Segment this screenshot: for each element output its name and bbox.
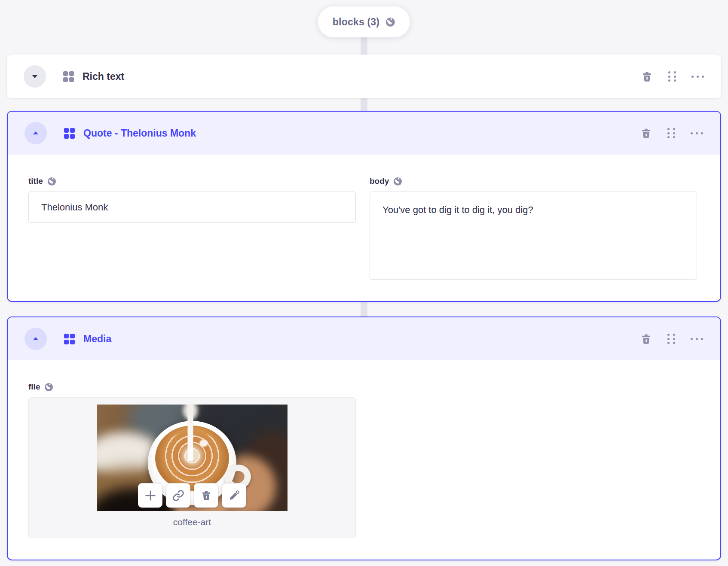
field-title: title — [28, 176, 356, 280]
delete-block-button[interactable] — [641, 71, 653, 82]
globe-icon — [393, 177, 402, 186]
block-actions — [641, 55, 704, 98]
drag-handle-icon — [667, 128, 675, 138]
title-input[interactable] — [28, 192, 356, 223]
block-header: Rich text — [7, 55, 721, 98]
block-title: Media — [83, 333, 111, 345]
collapse-toggle-button[interactable] — [24, 328, 47, 350]
ellipsis-icon — [691, 132, 703, 134]
delete-block-button[interactable] — [640, 128, 652, 139]
block-header: Quote - Thelonius Monk — [8, 112, 720, 155]
block-actions — [640, 317, 703, 360]
media-toolbar — [138, 483, 246, 508]
edit-media-button[interactable] — [222, 483, 246, 508]
delete-media-button[interactable] — [194, 483, 218, 508]
drag-handle-icon — [667, 334, 675, 344]
block-header: Media — [8, 317, 720, 360]
blocks-grid-icon — [64, 334, 75, 344]
file-name-caption: coffee-art — [173, 517, 211, 527]
trash-icon — [640, 333, 652, 345]
trash-icon — [640, 128, 652, 139]
block-rich-text: Rich text — [7, 55, 721, 98]
pencil-icon — [229, 490, 240, 501]
block-fields: file — [8, 360, 720, 538]
drag-handle[interactable] — [667, 334, 675, 344]
copy-link-button[interactable] — [166, 483, 190, 508]
field-label: body — [370, 176, 389, 186]
collapse-toggle-button[interactable] — [24, 65, 46, 88]
chevron-down-icon — [31, 72, 39, 81]
field-label: title — [28, 176, 43, 186]
drag-handle-icon — [668, 71, 676, 82]
collapse-toggle-button[interactable] — [24, 122, 47, 144]
more-options-button[interactable] — [691, 338, 703, 340]
drag-handle[interactable] — [668, 71, 676, 82]
ellipsis-icon — [691, 76, 704, 78]
plus-icon — [144, 490, 156, 502]
more-options-button[interactable] — [691, 132, 703, 134]
trash-icon — [201, 490, 212, 501]
block-media: Media file — [7, 316, 721, 560]
block-actions — [640, 112, 703, 155]
chevron-up-icon — [31, 129, 40, 137]
add-media-button[interactable] — [138, 483, 162, 508]
block-title: Rich text — [83, 71, 124, 82]
drag-handle[interactable] — [667, 128, 675, 138]
blocks-grid-icon — [64, 128, 75, 139]
block-title: Quote - Thelonius Monk — [83, 128, 196, 139]
connector-line — [361, 35, 367, 56]
blocks-grid-icon — [63, 71, 74, 82]
block-quote: Quote - Thelonius Monk title — [7, 111, 721, 302]
connector-line — [361, 97, 367, 112]
chevron-up-icon — [31, 335, 40, 343]
more-options-button[interactable] — [691, 76, 704, 78]
globe-icon — [385, 17, 395, 27]
blocks-count-label: blocks (3) — [333, 16, 379, 28]
field-label: file — [28, 382, 40, 392]
link-icon — [172, 490, 184, 502]
trash-icon — [641, 71, 653, 82]
block-fields: title body You've got to dig it to dig i… — [8, 155, 720, 280]
field-body: body You've got to dig it to dig it, you… — [370, 176, 697, 280]
ellipsis-icon — [691, 338, 703, 340]
globe-icon — [47, 177, 56, 186]
globe-icon — [44, 383, 53, 392]
connector-line — [361, 300, 367, 318]
body-textarea[interactable]: You've got to dig it to dig it, you dig? — [370, 192, 697, 280]
delete-block-button[interactable] — [640, 333, 652, 345]
file-upload-box: coffee-art — [28, 397, 356, 538]
blocks-count-pill: blocks (3) — [318, 6, 410, 37]
